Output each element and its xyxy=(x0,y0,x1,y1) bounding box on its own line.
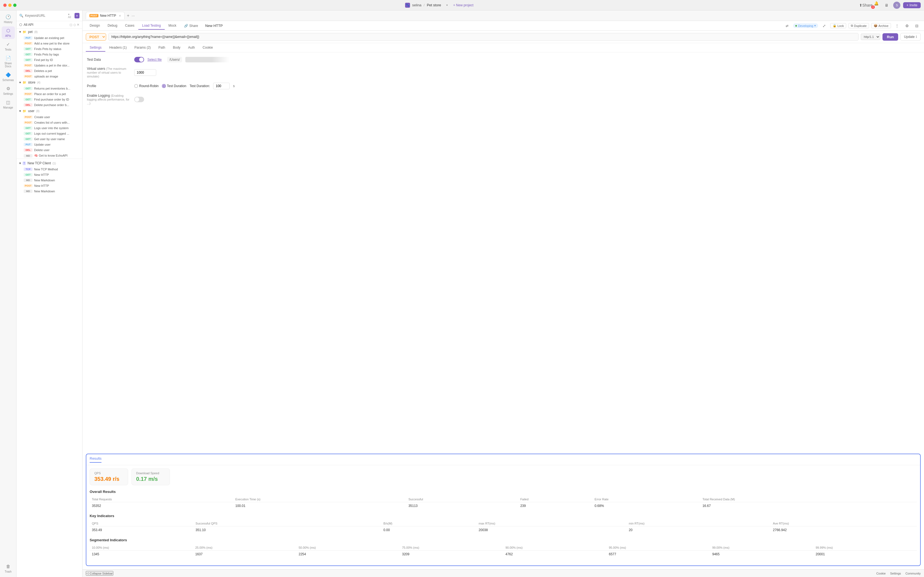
sub-tab-params[interactable]: Params (2) xyxy=(131,44,155,52)
gear-icon[interactable]: ⚙ xyxy=(903,22,911,30)
method-badge-del: DEL xyxy=(24,148,32,152)
tree-item[interactable]: GETLogs user into the system xyxy=(16,125,82,131)
close-button[interactable] xyxy=(3,3,6,7)
add-api-button[interactable]: + xyxy=(74,13,79,18)
tree-group-store[interactable]: ▾ 📁 store (4) xyxy=(16,79,82,86)
sec-tab-cases[interactable]: Cases xyxy=(121,22,138,30)
more-tabs-button[interactable]: ··· xyxy=(132,13,135,18)
tree-item[interactable]: POSTAdd a new pet to the store xyxy=(16,41,82,46)
tree-item[interactable]: MDNew Markdown xyxy=(16,189,82,194)
tree-item[interactable]: POSTNew HTTP xyxy=(16,183,82,189)
sub-tab-path[interactable]: Path xyxy=(155,44,169,52)
tree-item[interactable]: POSTUpdates a pet in the stor... xyxy=(16,63,82,68)
sidebar-item-apis[interactable]: ⬡ APIs xyxy=(2,26,15,39)
sidebar-item-schemas[interactable]: 🔷 Schemas xyxy=(2,71,15,83)
sidebar-label-trash: Trash xyxy=(5,570,11,573)
sec-tab-debug[interactable]: Debug xyxy=(104,22,121,30)
tree-item[interactable]: POSTCreates list of users with... xyxy=(16,120,82,125)
tree-item[interactable]: GETNew HTTP xyxy=(16,172,82,177)
round-robin-radio[interactable]: Round-Robin xyxy=(134,84,159,88)
virtual-users-label: Virtual users (The maximum number of vir… xyxy=(87,67,131,78)
select-file-link[interactable]: Select file xyxy=(147,58,162,61)
tree-group-tcp[interactable]: ▾ T New TCP Client (1) xyxy=(16,160,82,166)
new-project-button[interactable]: + New project xyxy=(453,3,473,7)
lock-button[interactable]: 🔒 Lock xyxy=(830,23,846,28)
project-dropdown-button[interactable]: ▾ xyxy=(443,2,451,9)
sub-tab-cookie[interactable]: Cookie xyxy=(199,44,217,52)
tree-item[interactable]: DELDelete user xyxy=(16,147,82,153)
sidebar-item-sharedocs[interactable]: 📄 Share Docs xyxy=(2,54,15,69)
sidebar-item-trash[interactable]: 🗑 Trash xyxy=(2,562,15,575)
tree-group-pet[interactable]: ▾ 📁 pet (8) xyxy=(16,29,82,35)
sidebar-item-tests[interactable]: ✓ Tests xyxy=(2,40,15,53)
test-duration-radio[interactable]: Test Duration xyxy=(162,84,186,88)
tree-item[interactable]: GETGet user by user name xyxy=(16,136,82,142)
tab-new-http[interactable]: POST New HTTP ✕ xyxy=(86,12,124,19)
duration-input[interactable] xyxy=(213,83,229,89)
tree-item[interactable]: GETReturns pet inventories b... xyxy=(16,86,82,91)
url-input[interactable] xyxy=(108,33,859,41)
enable-logging-toggle[interactable] xyxy=(134,97,144,102)
collapse-sidebar-button[interactable]: ◁ Collapse Sidebar xyxy=(86,571,113,575)
results-tab[interactable]: Results xyxy=(90,456,102,463)
sub-tab-settings[interactable]: Settings xyxy=(86,44,105,52)
tree-item[interactable]: POSTuploads an image xyxy=(16,74,82,79)
search-input[interactable] xyxy=(25,14,66,18)
val-bs: 0.00 xyxy=(381,527,476,534)
tree-item[interactable]: GETFind pet by ID xyxy=(16,57,82,63)
add-tab-button[interactable]: + xyxy=(126,12,130,19)
tree-item[interactable]: GETFinds Pets by status xyxy=(16,46,82,52)
all-api-row[interactable]: ⬡ All API ◻ ◇ ✕ xyxy=(16,21,82,29)
avatar[interactable]: S xyxy=(893,2,900,9)
tree-item[interactable]: TCPNew TCP Method xyxy=(16,166,82,172)
maximize-button[interactable] xyxy=(13,3,16,7)
archive-button[interactable]: 📦 Archive xyxy=(871,23,891,28)
settings-link[interactable]: Settings xyxy=(890,572,901,575)
more-options-button[interactable]: ⋮ xyxy=(893,22,901,30)
sidebar-item-history[interactable]: 🕐 History xyxy=(2,13,15,25)
cookie-link[interactable]: Cookie xyxy=(876,572,885,575)
tree-item[interactable]: GETFind purchase order by ID xyxy=(16,97,82,102)
tree-item[interactable]: PUTUpdate an existing pet xyxy=(16,35,82,41)
val-key-qps: 353.49 xyxy=(90,527,193,534)
tree-item[interactable]: MDNew Markdown xyxy=(16,177,82,183)
all-api-label: All API xyxy=(24,23,33,27)
tree-item[interactable]: POSTCreate user xyxy=(16,114,82,120)
invite-button[interactable]: + Invite xyxy=(903,2,921,8)
monitor-button[interactable]: 🖥 xyxy=(883,2,890,9)
test-data-toggle[interactable] xyxy=(134,57,144,62)
tree-item[interactable]: POSTPlace an order for a pet xyxy=(16,91,82,97)
duplicate-button[interactable]: ⧉ Duplicate xyxy=(848,23,869,28)
sec-tab-share[interactable]: 🔗 Share xyxy=(180,22,202,29)
virtual-users-input[interactable] xyxy=(134,69,156,76)
protocol-select[interactable]: http/1.1 xyxy=(861,34,880,40)
sec-tab-mock[interactable]: Mock xyxy=(165,22,180,30)
community-link[interactable]: Community xyxy=(905,572,921,575)
sidebar-item-settings[interactable]: ⚙ Settings xyxy=(2,84,15,97)
tree-item[interactable]: GETFinds Pets by tags xyxy=(16,52,82,57)
sub-tab-body[interactable]: Body xyxy=(169,44,184,52)
sidebar-item-manage[interactable]: ◫ Manage xyxy=(2,98,15,111)
tree-item[interactable]: PUTUpdate user xyxy=(16,142,82,147)
tree-group-user[interactable]: ▾ 📁 user (8) xyxy=(16,108,82,114)
sub-tab-auth[interactable]: Auth xyxy=(184,44,199,52)
sec-tab-load-testing[interactable]: Load Testing xyxy=(138,22,165,30)
sync-icon[interactable]: ⇄ xyxy=(783,22,791,30)
minimize-button[interactable] xyxy=(8,3,11,7)
environment-badge[interactable]: Developing ▾ xyxy=(793,23,818,28)
method-select[interactable]: POST xyxy=(86,33,106,41)
sub-tab-headers[interactable]: Headers (1) xyxy=(105,44,130,52)
tab-close-icon[interactable]: ✕ xyxy=(119,14,121,17)
tree-item[interactable]: GETLogs out current logged ... xyxy=(16,131,82,136)
method-badge-post: POST xyxy=(24,64,33,67)
share-button[interactable]: ⬆ Share xyxy=(862,2,869,9)
tree-item[interactable]: MD🧠 Get to know EchoAPI xyxy=(16,153,82,158)
method-badge-post: POST xyxy=(24,92,33,96)
tree-item[interactable]: DELDeletes a pet xyxy=(16,68,82,74)
tree-item[interactable]: DELDelete purchase order b... xyxy=(16,102,82,108)
run-button[interactable]: Run xyxy=(882,33,898,41)
update-button[interactable]: Update ℹ xyxy=(900,33,921,41)
sec-tab-design[interactable]: Design xyxy=(86,22,104,30)
expand-icon[interactable]: ⤢ xyxy=(820,22,828,30)
layout-icon[interactable]: ⊟ xyxy=(913,22,921,30)
